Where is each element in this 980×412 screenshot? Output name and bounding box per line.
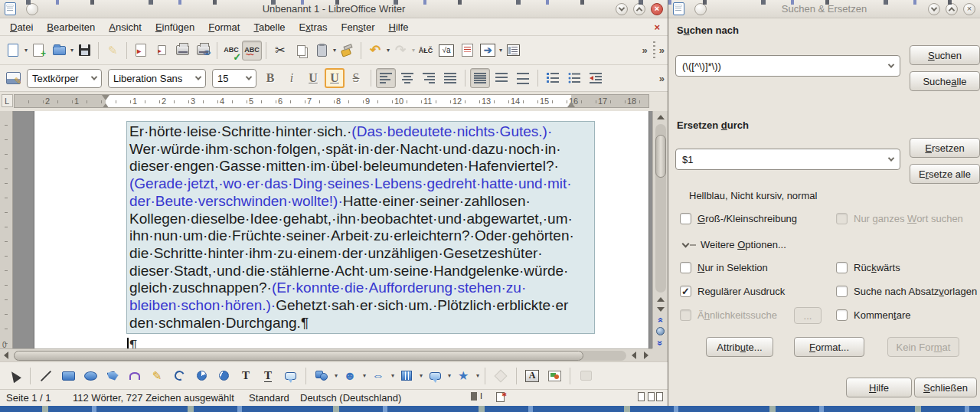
- callouts-dropdown[interactable]: ▾: [448, 372, 451, 379]
- backwards-checkbox[interactable]: Rückwärts: [836, 262, 900, 273]
- bold-button[interactable]: B: [260, 68, 280, 88]
- redo-button[interactable]: ↷: [390, 41, 410, 60]
- more-options-expander[interactable]: Weitere Optionen...: [683, 239, 786, 250]
- horizontal-scrollbar-thumb[interactable]: [14, 351, 583, 361]
- vertical-scrollbar-thumb[interactable]: [655, 135, 666, 178]
- indent-marker[interactable]: [102, 95, 109, 108]
- match-case-checkbox[interactable]: Groß-/Kleinschreibung: [680, 213, 797, 224]
- menu-bearbeiten[interactable]: Bearbeiten: [40, 20, 102, 34]
- text-line[interactable]: Wer·würde·ihm·schon·folgen,·spät·in·der·…: [129, 141, 594, 159]
- text-line[interactable]: ihn·nun·um·die·Früchte·seiner·Arbeit·zu·…: [129, 227, 594, 245]
- search-all-button[interactable]: Suche alle: [910, 71, 980, 91]
- text-line[interactable]: Er·hörte·leise·Schritte·hinter·sich.·(Da…: [129, 123, 594, 141]
- redo-dropdown[interactable]: ▾: [412, 47, 415, 54]
- new-from-template-button[interactable]: +: [28, 41, 48, 60]
- save-button[interactable]: [74, 41, 94, 60]
- freeform-line-button[interactable]: ✎: [147, 366, 167, 386]
- insert-line-button[interactable]: [36, 366, 56, 386]
- double-underline-button[interactable]: U: [325, 68, 345, 88]
- scroll-left-button[interactable]: [0, 350, 12, 361]
- multi-page-view-icon[interactable]: [648, 392, 655, 401]
- arc-tool-button[interactable]: [169, 366, 189, 386]
- checkbox-box[interactable]: [836, 286, 848, 297]
- scroll-right-button[interactable]: [640, 350, 652, 361]
- cut-button[interactable]: ✂: [270, 41, 290, 60]
- line-spacing-2-button[interactable]: [513, 68, 533, 88]
- insert-rectangle-button[interactable]: [58, 366, 78, 386]
- curve-tool-button[interactable]: [125, 366, 145, 386]
- insert-hyperlink-button[interactable]: ➔: [478, 41, 498, 60]
- stars-button[interactable]: ★: [453, 366, 473, 386]
- new-document-dropdown[interactable]: ▾: [24, 47, 28, 54]
- special-character-button[interactable]: ÅŁČ: [416, 41, 436, 60]
- stars-dropdown[interactable]: ▾: [476, 372, 479, 379]
- undo-dropdown[interactable]: ▾: [387, 47, 390, 54]
- ordered-list-button[interactable]: [543, 68, 563, 88]
- segment-tool-button[interactable]: [214, 366, 234, 386]
- close-dialog-button[interactable]: Schließen: [914, 378, 977, 397]
- print-button[interactable]: [172, 41, 192, 60]
- menu-tabelle[interactable]: Tabelle: [247, 20, 292, 34]
- scroll-up-button-2[interactable]: [655, 294, 667, 304]
- close-document-button[interactable]: ×: [654, 21, 665, 33]
- basic-shapes-dropdown[interactable]: ▾: [335, 372, 338, 379]
- edit-mode-button[interactable]: ✎: [103, 41, 122, 60]
- vertical-scrollbar-track[interactable]: [655, 124, 666, 293]
- extrusion-button[interactable]: [576, 366, 596, 386]
- text-language[interactable]: Deutsch (Deutschland): [300, 392, 401, 404]
- flowchart-button[interactable]: [397, 366, 416, 386]
- justify-button[interactable]: [440, 68, 460, 88]
- attributes-button[interactable]: Attribute...: [706, 337, 773, 357]
- toolbar-overflow-button[interactable]: »: [642, 44, 648, 56]
- previous-page-button[interactable]: »: [655, 315, 667, 325]
- page-indicator[interactable]: Seite 1 / 1: [6, 392, 51, 404]
- menu-format[interactable]: Format: [201, 20, 247, 34]
- pie-tool-button[interactable]: [191, 366, 211, 386]
- edit-points-button[interactable]: [491, 366, 511, 386]
- underline-button[interactable]: U: [303, 68, 323, 88]
- font-name-combo[interactable]: Liberation Sans: [108, 69, 206, 88]
- print-preview-button[interactable]: 👁: [193, 41, 213, 60]
- scroll-down-button[interactable]: [655, 304, 667, 314]
- text-line[interactable]: Kollegen·dieselbe·Idee·gehabt,·ihn·beoba…: [129, 211, 594, 228]
- decrease-indent-button[interactable]: [586, 68, 606, 88]
- spellcheck-button[interactable]: ABC: [221, 41, 241, 60]
- replace-all-button[interactable]: Ersetze alle: [910, 164, 980, 184]
- fontwork-button[interactable]: A: [522, 366, 542, 386]
- open-button[interactable]: [49, 41, 69, 60]
- search-combo[interactable]: [675, 55, 900, 77]
- insert-ellipse-button[interactable]: [80, 366, 100, 386]
- select-tool-button[interactable]: [5, 366, 24, 386]
- undo-button[interactable]: ↶: [365, 41, 385, 60]
- paragraph-style-settings-button[interactable]: [3, 68, 23, 88]
- menu-datei[interactable]: Datei: [3, 20, 40, 34]
- format-button[interactable]: Format...: [794, 337, 864, 357]
- unsaved-changes-icon[interactable]: [496, 392, 505, 402]
- horizontal-ruler[interactable]: L 21123456789101112131415161718: [0, 92, 652, 111]
- menu-fenster[interactable]: Fenster: [334, 20, 381, 34]
- paragraph-style-combo[interactable]: Textkörper: [27, 69, 102, 88]
- page-style[interactable]: Standard: [249, 392, 289, 404]
- menu-einfügen[interactable]: Einfügen: [149, 20, 201, 34]
- auto-spellcheck-button[interactable]: ABC: [242, 41, 262, 60]
- text-line[interactable]: bleiben·schon·hören.)·Gehetzt·sah·er·sic…: [129, 297, 594, 315]
- text-line[interactable]: die·Schritte·hinter·ihm·zu·einem·der·unz…: [129, 245, 594, 263]
- search-input[interactable]: [682, 60, 889, 72]
- combo-arrow-icon[interactable]: [888, 155, 894, 161]
- right-indent-marker[interactable]: [567, 102, 575, 107]
- text-line[interactable]: dieser·Stadt,·und·die·stählerne·Acht·um·…: [129, 263, 594, 280]
- combo-arrow-icon[interactable]: [888, 61, 894, 67]
- insert-frame-button[interactable]: [503, 41, 523, 60]
- similarity-search-checkbox[interactable]: Ähnlichkeitssuche: [680, 309, 777, 321]
- no-format-button[interactable]: Kein Format: [887, 337, 959, 357]
- next-page-button[interactable]: »: [655, 338, 667, 348]
- scroll-left-button-2[interactable]: [628, 350, 640, 361]
- vertical-ruler[interactable]: 0: [0, 111, 13, 348]
- clone-formatting-button[interactable]: [337, 41, 357, 60]
- symbol-shapes-dropdown[interactable]: ▾: [363, 372, 366, 379]
- search-button[interactable]: Suchen: [910, 45, 980, 65]
- text-line[interactable]: der·Beute·verschwinden·wollte!)·Hatte·ei…: [129, 193, 594, 211]
- align-center-button[interactable]: [397, 68, 417, 88]
- paste-button[interactable]: [312, 41, 332, 60]
- scroll-up-button[interactable]: [655, 111, 667, 123]
